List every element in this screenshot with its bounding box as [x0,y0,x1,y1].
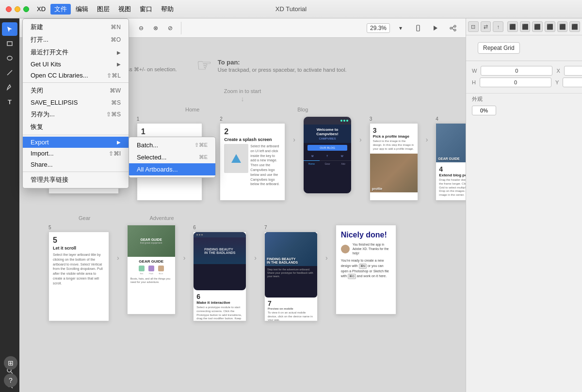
row2-adv-label: Adventure [148,215,174,221]
tab-gear[interactable]: Gear [320,161,336,167]
tab-adv[interactable]: Adv [335,161,351,167]
share-btn[interactable] [446,22,460,34]
separator-3 [23,172,129,172]
panel-toolbar: ⊡ ⇄ ↑ ⬛ ⬛ ⬛ ⬛ ⬛ ⬛ [466,18,582,35]
step7-frame[interactable]: FINDING BEAUTYIN THE BADLANDS Step text … [264,232,318,321]
arrow-6-7: › [254,254,257,262]
zoom-display[interactable]: 29.3% [367,23,390,33]
y-input[interactable] [563,78,582,87]
zoom-dropdown-btn[interactable]: ▾ [394,22,407,34]
int-photo: FINDING BEAUTYIN THE BADLANDS [194,237,246,264]
menu-item-file[interactable]: 文件 [50,4,71,15]
menu-item-help[interactable]: 帮助 [157,4,178,15]
opacity-input[interactable] [472,106,496,115]
step2-frame[interactable]: 2 Create a splash screen Select the artb… [220,123,285,201]
maximize-button[interactable] [23,6,29,12]
repeat-grid-btn[interactable]: Repeat Grid [478,42,520,54]
menu-manage-shared[interactable]: 管理共享链接 [23,173,129,186]
menu-recent[interactable]: 最近打开文件 ▶ [23,46,129,59]
menu-share[interactable]: Share... [23,159,129,170]
svg-point-10 [454,25,456,27]
phone-cta[interactable]: OUR BLOG [307,145,347,151]
step5-frame[interactable]: 5 Let it scroll Select the layer artboar… [48,232,109,321]
export-all-artboards[interactable]: All Artboards... [129,163,215,175]
export-selected[interactable]: Selected... ⌘E [129,151,215,163]
menu-open[interactable]: 打开... ⌘O [23,33,129,46]
boolean-subtract[interactable]: ⊖ [134,22,148,34]
menu-item-xd[interactable]: XD [33,4,49,14]
adv-phone: FINDING BEAUTYIN THE BADLANDS Step text … [265,232,317,298]
text-tool[interactable]: T [2,95,17,109]
step4-label: 4 [436,116,438,122]
share-mode-btn[interactable]: ↑ [493,21,503,32]
pan-desc: Use trackpad, or press spacebar, to acti… [218,67,347,73]
nicely-avatar [341,245,350,253]
phone-header: Welcome to Campvibes! CAMPVIBES [304,125,351,143]
select-tool[interactable] [2,22,17,36]
step3-label: 3 [370,116,372,122]
align-right-btn[interactable]: ⬛ [532,21,543,32]
gear-frame[interactable]: GEAR GUIDE find great equipment GEAR GUI… [127,225,176,314]
info-icon[interactable]: ? [4,374,17,387]
nicely-frame[interactable]: Nicely done! You finished the app in Ado… [336,225,396,314]
menu-save[interactable]: SAVE_ELLIPSIS ⌘S [23,97,129,108]
step1-label: 1 [137,116,140,122]
appearance-label: 外观 [466,94,582,104]
left-toolbar: T [0,18,19,392]
menu-save-as[interactable]: 另存为... ⇧⌘S [23,108,129,121]
align-middle-btn[interactable]: ⬛ [557,21,568,32]
menu-item-window[interactable]: 窗口 [136,4,156,15]
step3-frame[interactable]: 3 Pick a profile image Select to the ima… [370,123,418,201]
menu-close[interactable]: 关闭 ⌘W [23,84,129,97]
menu-open-cc[interactable]: Open CC Libraries... ⇧⌘L [23,70,129,81]
design-mode-btn[interactable]: ⊡ [468,21,479,32]
menu-revert[interactable]: 恢复 [23,121,129,133]
rectangle-tool[interactable] [2,37,17,50]
play-btn[interactable] [429,22,442,34]
width-input[interactable] [481,66,552,76]
boolean-intersect[interactable]: ⊗ [149,22,162,34]
align-center-btn[interactable]: ⬛ [520,21,531,32]
prototype-mode-btn[interactable]: ⇄ [481,21,491,32]
svg-line-2 [7,70,12,75]
arrow-3-blog: › [426,136,428,143]
int-header [194,232,246,237]
arrow-home-3: › [359,136,362,143]
export-batch[interactable]: Batch... ⇧⌘E [129,139,215,151]
phone-status-bar [304,117,351,125]
align-bottom-btn[interactable]: ⬛ [569,21,580,32]
menu-import[interactable]: Import... ⇧⌘I [23,148,129,159]
gear-title: GEAR GUIDE [130,259,172,264]
minimize-button[interactable] [15,6,20,12]
align-top-btn[interactable]: ⬛ [545,21,555,32]
step2-label: 2 [220,116,223,122]
menu-new[interactable]: 新建 ⌘N [23,21,129,33]
s6-title: Make it interactive [196,300,243,305]
gear-photo-img: GEAR GUIDE find great equipment [140,238,162,244]
close-button[interactable] [6,6,12,12]
menu-item-layers[interactable]: 图层 [93,4,113,15]
step4-frame[interactable]: GEAR GUIDE 4 Extend blog post list Drag … [436,123,466,201]
menu-item-view[interactable]: 视图 [114,4,135,15]
step6-frame[interactable]: FINDING BEAUTYIN THE BADLANDS 6 Make it … [193,232,246,321]
tab-home[interactable]: Home [304,160,320,167]
menu-export[interactable]: Export ▶ Batch... ⇧⌘E Selected... ⌘E All… [23,137,129,148]
pen-tool[interactable] [2,80,17,94]
align-left-btn[interactable]: ⬛ [507,21,518,32]
artboard-step6: 6 FINDING BEAUTYIN THE B [193,225,246,321]
artboard-gear: GEAR GUIDE find great equipment GEAR GUI… [127,225,176,314]
plugin-icon[interactable]: ⊞ [4,356,17,370]
y-label: Y [555,79,559,85]
menu-get-ui-kits[interactable]: Get UI Kits ▶ [23,59,129,70]
phone-home-frame[interactable]: Welcome to Campvibes! CAMPVIBES OUR BLOG… [303,116,352,194]
arrow-2-home: › [293,136,295,143]
boolean-exclude[interactable]: ⊘ [163,22,177,34]
menu-item-edit[interactable]: 编辑 [72,4,92,15]
phone-preview-btn[interactable] [411,22,425,34]
artboard-step2: 2 2 Create a splash screen Select the ar… [220,116,285,201]
height-input[interactable] [480,78,551,87]
h-label: H [472,79,476,85]
ellipse-tool[interactable] [2,51,17,65]
x-input[interactable] [564,66,582,76]
line-tool[interactable] [2,66,17,79]
